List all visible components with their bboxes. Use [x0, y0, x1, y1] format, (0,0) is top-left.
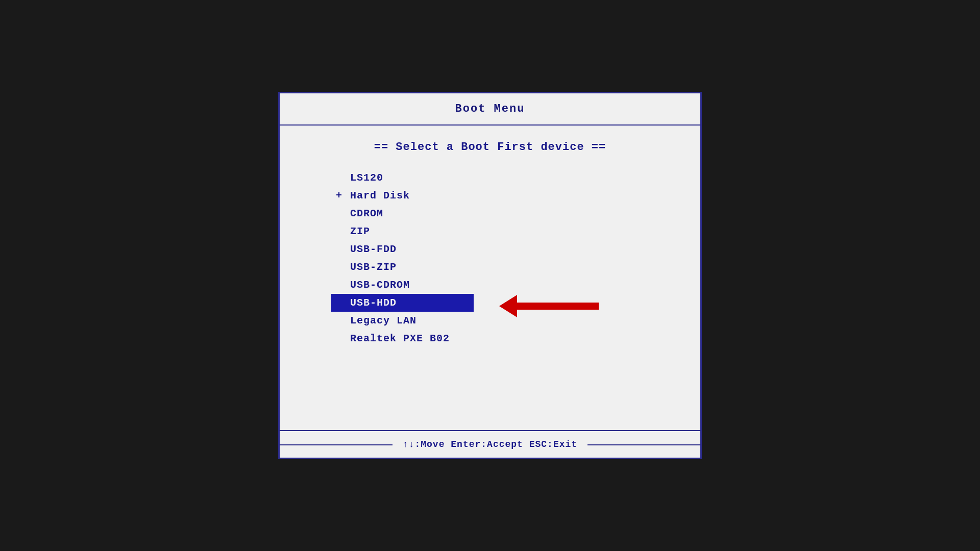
list-item[interactable]: USB-ZIP: [331, 258, 670, 276]
item-label: USB-ZIP: [350, 261, 397, 273]
footer-bar: ↑↓:Move Enter:Accept ESC:Exit: [280, 430, 700, 458]
list-item[interactable]: CDROM: [331, 205, 670, 222]
list-item[interactable]: Legacy LAN: [331, 312, 670, 330]
list-item[interactable]: USB-FDD: [331, 240, 670, 258]
item-label: CDROM: [350, 208, 383, 219]
list-item[interactable]: + Hard Disk: [331, 187, 670, 205]
subtitle: == Select a Boot First device ==: [310, 141, 670, 154]
item-label: Hard Disk: [350, 190, 410, 202]
list-item[interactable]: USB-CDROM: [331, 276, 670, 294]
item-label: LS120: [350, 172, 383, 184]
item-label: USB-HDD: [350, 297, 397, 309]
list-item[interactable]: Realtek PXE B02: [331, 330, 670, 347]
selected-boot-item[interactable]: USB-HDD: [331, 294, 474, 312]
bios-title: Boot Menu: [455, 103, 525, 115]
list-item[interactable]: ZIP: [331, 222, 670, 240]
item-label: USB-FDD: [350, 243, 397, 255]
item-label: Legacy LAN: [350, 315, 416, 327]
item-prefix: +: [336, 190, 346, 202]
content-area: == Select a Boot First device == LS120 +…: [280, 126, 700, 430]
item-label: ZIP: [350, 226, 370, 237]
list-item[interactable]: LS120: [331, 169, 670, 187]
title-bar: Boot Menu: [280, 93, 700, 126]
footer-text: ↑↓:Move Enter:Accept ESC:Exit: [393, 439, 587, 449]
item-label: Realtek PXE B02: [350, 333, 450, 344]
item-label: USB-CDROM: [350, 279, 410, 291]
bios-window: Boot Menu == Select a Boot First device …: [278, 92, 702, 459]
menu-list: LS120 + Hard Disk CDROM ZIP USB-FDD USB-…: [310, 169, 670, 347]
